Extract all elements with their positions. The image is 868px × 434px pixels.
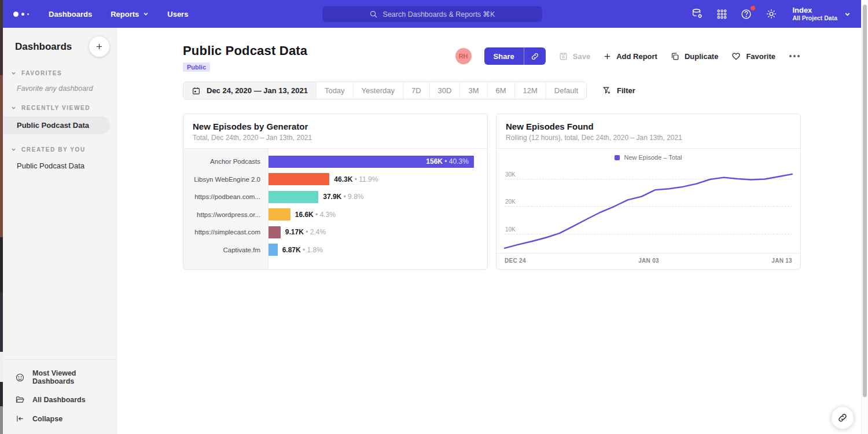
- preset-yesterday[interactable]: Yesterday: [353, 82, 403, 99]
- folder-icon: [15, 395, 25, 404]
- plus-icon: [95, 42, 104, 51]
- apps-grid-icon[interactable]: [716, 8, 728, 20]
- preset-30d[interactable]: 30D: [429, 82, 460, 99]
- bar-row: https://podbean.com... 37.9K • 9.8%: [183, 188, 487, 206]
- duplicate-icon: [670, 52, 680, 61]
- scrollbar-thumb[interactable]: [863, 5, 867, 397]
- project-name: Index: [792, 6, 837, 14]
- all-dashboards-link[interactable]: All Dashboards: [3, 390, 116, 409]
- bar-category-label: Anchor Podcasts: [183, 158, 269, 165]
- bar-category-label: Libsyn WebEngine 2.0: [183, 176, 269, 183]
- card-subtitle: Total, Dec 24th, 2020 – Jan 13th, 2021: [193, 134, 478, 142]
- primary-nav: Dashboards Reports Users: [49, 10, 188, 19]
- collapse-sidebar-button[interactable]: Collapse: [3, 409, 116, 428]
- share-link-icon[interactable]: [524, 47, 546, 65]
- share-button[interactable]: Share: [484, 47, 546, 65]
- card-new-episodes-by-generator: New Episodes by Generator Total, Dec 24t…: [183, 113, 488, 270]
- date-range-control: Dec 24, 2020 — Jan 13, 2021 Today Yester…: [183, 82, 587, 100]
- bar-row: Captivate.fm 6.87K • 1.8%: [183, 241, 487, 259]
- section-header-created-by-you[interactable]: CREATED BY YOU: [3, 135, 116, 157]
- preset-7d[interactable]: 7D: [403, 82, 429, 99]
- top-bar-right: Index All Project Data: [691, 6, 851, 22]
- more-menu-button[interactable]: [788, 53, 801, 60]
- sidebar-footer: Most Viewed Dashboards All Dashboards Co…: [3, 359, 116, 434]
- chart-legend: New Episode – Total: [496, 149, 800, 161]
- card-new-episodes-found: New Episodes Found Rolling (12 hours), t…: [496, 113, 801, 270]
- add-dashboard-button[interactable]: [89, 36, 109, 57]
- link-icon: [837, 413, 848, 423]
- help-icon[interactable]: [740, 8, 753, 20]
- preset-default[interactable]: Default: [546, 82, 586, 99]
- search-input[interactable]: Search Dashboards & Reports ⌘K: [322, 6, 542, 22]
- bar[interactable]: 9.17K • 2.4%: [269, 226, 281, 238]
- nav-item-users[interactable]: Users: [167, 10, 188, 19]
- bar-rows: Anchor Podcasts 156K • 40.3% Libsyn WebE…: [183, 149, 487, 259]
- x-tick: DEC 24: [505, 258, 526, 264]
- favorite-button[interactable]: Favorite: [731, 51, 775, 61]
- plus-icon: [603, 52, 612, 61]
- nav-item-reports[interactable]: Reports: [111, 10, 149, 19]
- bar-row: Libsyn WebEngine 2.0 46.3K • 11.9%: [183, 171, 487, 189]
- section-header-recently-viewed[interactable]: RECENTLY VIEWED: [3, 94, 116, 115]
- preset-today[interactable]: Today: [316, 82, 353, 99]
- add-report-button[interactable]: Add Report: [603, 52, 657, 61]
- bar-value-label: 46.3K • 11.9%: [334, 175, 378, 183]
- save-button[interactable]: Save: [558, 52, 590, 61]
- bar-value-label: 16.6K • 4.3%: [295, 211, 336, 219]
- chevron-down-icon: [11, 105, 16, 111]
- legend-label: New Episode – Total: [624, 154, 682, 161]
- bar-value-label: 37.9K • 9.8%: [323, 193, 363, 201]
- copy-link-fab[interactable]: [831, 406, 854, 429]
- filter-funnel-icon: [602, 86, 612, 95]
- page-title: Public Podcast Data: [183, 43, 307, 58]
- x-tick: JAN 13: [771, 258, 792, 264]
- legend-swatch: [615, 155, 620, 160]
- data-icon[interactable]: [691, 8, 704, 20]
- search-placeholder: Search Dashboards & Reports ⌘K: [383, 10, 495, 19]
- app-logo[interactable]: [13, 12, 29, 17]
- collapse-icon: [15, 414, 25, 424]
- most-viewed-dashboards-link[interactable]: Most Viewed Dashboards: [3, 365, 116, 390]
- page-scrollbar: [861, 0, 868, 434]
- bar-category-label: https://wordpress.or...: [183, 211, 269, 218]
- bar-category-label: https://podbean.com...: [183, 193, 269, 200]
- search-icon: [369, 10, 378, 19]
- chevron-down-icon: [11, 147, 16, 152]
- section-header-favorites[interactable]: FAVORITES: [3, 59, 116, 80]
- project-switcher[interactable]: Index All Project Data: [792, 6, 851, 22]
- x-axis: DEC 24 JAN 03 JAN 13: [496, 253, 800, 269]
- dashboard-actions: RH Share Save Add Report Duplicate: [455, 47, 801, 65]
- line-plot[interactable]: 10K20K30K: [505, 167, 792, 253]
- preset-3m[interactable]: 3M: [459, 82, 487, 99]
- preset-6m[interactable]: 6M: [487, 82, 514, 99]
- save-icon: [558, 52, 568, 61]
- smiley-icon: [15, 373, 25, 382]
- bar[interactable]: 16.6K • 4.3%: [269, 208, 290, 220]
- bar[interactable]: 156K • 40.3%: [269, 156, 474, 168]
- line-series: [505, 167, 792, 253]
- preset-12m[interactable]: 12M: [514, 82, 546, 99]
- chevron-down-icon: [11, 71, 16, 76]
- settings-icon[interactable]: [765, 8, 778, 20]
- bar-chart: Anchor Podcasts 156K • 40.3% Libsyn WebE…: [183, 149, 487, 269]
- top-bar: Dashboards Reports Users Search Dashboar…: [3, 0, 861, 28]
- sidebar-title: Dashboards: [15, 41, 72, 53]
- main-content: Public Podcast Data Public RH Share Save…: [117, 28, 861, 434]
- date-range-button[interactable]: Dec 24, 2020 — Jan 13, 2021: [183, 82, 316, 99]
- x-tick: JAN 03: [638, 258, 659, 264]
- bar-value-label: 9.17K • 2.4%: [285, 228, 326, 236]
- filter-button[interactable]: Filter: [602, 86, 635, 95]
- duplicate-button[interactable]: Duplicate: [670, 52, 719, 61]
- bar[interactable]: 37.9K • 9.8%: [269, 191, 318, 203]
- sidebar-item-public-podcast-data-created[interactable]: Public Podcast Data: [3, 157, 116, 175]
- avatar[interactable]: RH: [455, 48, 472, 64]
- bar-row: https://simplecast.com 9.17K • 2.4%: [183, 223, 487, 241]
- nav-item-dashboards[interactable]: Dashboards: [49, 10, 92, 19]
- card-subtitle: Rolling (12 hours), total, Dec 24th, 202…: [506, 134, 791, 142]
- bar[interactable]: 6.87K • 1.8%: [269, 244, 278, 256]
- notification-badge: [751, 6, 755, 10]
- heart-icon: [731, 51, 741, 61]
- bar[interactable]: 46.3K • 11.9%: [269, 173, 329, 185]
- sidebar: Dashboards FAVORITES Favorite any dashbo…: [3, 28, 117, 434]
- sidebar-item-public-podcast-data[interactable]: Public Podcast Data: [3, 116, 110, 134]
